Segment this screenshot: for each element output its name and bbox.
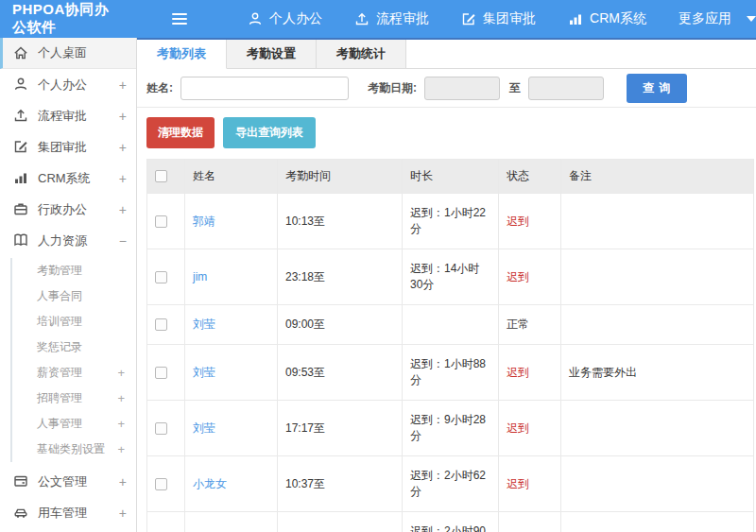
employee-link[interactable]: 刘莹: [193, 317, 215, 331]
name-cell: jim: [185, 249, 278, 305]
topnav-item-3[interactable]: CRM系统: [568, 10, 646, 27]
row-checkbox[interactable]: [155, 422, 167, 435]
expand-icon[interactable]: +: [119, 506, 127, 521]
tab-0[interactable]: 考勤列表: [137, 40, 227, 69]
expand-icon[interactable]: +: [117, 437, 125, 462]
sidebar-item-8[interactable]: 用车管理 +: [0, 497, 136, 528]
row-checkbox-cell: [147, 345, 185, 401]
sidebar-subitem-5[interactable]: 招聘管理 +: [12, 386, 136, 411]
sidebar: 个人桌面 个人办公 + 流程审批 + 集团审批 + CRM系统 + 行政办公 +…: [0, 38, 137, 532]
expand-icon[interactable]: +: [117, 386, 125, 411]
duration-cell: [403, 305, 499, 345]
status-cell: 迟到: [499, 249, 561, 305]
status-cell: 正常: [499, 305, 561, 345]
sidebar-item-6[interactable]: 人力资源 −: [0, 225, 136, 256]
chart-icon: [13, 170, 29, 186]
duration-cell: 迟到：1小时22分: [403, 194, 499, 249]
topnav-item-1[interactable]: 流程审批: [354, 10, 429, 27]
row-checkbox-cell: [147, 512, 185, 532]
sidebar-subitem-2[interactable]: 培训管理: [12, 309, 136, 335]
expand-icon[interactable]: +: [119, 171, 127, 186]
topnav-item-2[interactable]: 集团审批: [461, 10, 536, 27]
car-icon: [13, 505, 29, 521]
topnav-item-label: 个人办公: [269, 10, 322, 27]
table-row: 刘莹 09:53至 迟到：1小时88分 迟到 业务需要外出: [147, 345, 754, 401]
table-row: 管理员 10:54至10:54 迟到：2小时90分早退：7小时10分 迟到/早退…: [147, 512, 754, 532]
time-cell: 09:53至: [278, 345, 403, 401]
sidebar-subitem-7[interactable]: 基础类别设置 +: [12, 437, 136, 462]
sidebar-item-3[interactable]: 集团审批 +: [0, 131, 136, 163]
attendance-table: 姓名考勤时间时长状态备注 郭靖 10:13至 迟到：1小时22分 迟到 jim …: [146, 159, 754, 532]
sidebar-item-label: 人力资源: [38, 232, 119, 249]
name-filter-label: 姓名:: [146, 80, 173, 96]
sidebar-item-2[interactable]: 流程审批 +: [0, 100, 136, 131]
sidebar-item-label: 公文管理: [38, 473, 119, 490]
edit-icon: [13, 139, 29, 155]
topnav-item-0[interactable]: 个人办公: [248, 10, 322, 27]
employee-link[interactable]: 小龙女: [193, 477, 227, 490]
name-cell: 刘莹: [185, 345, 278, 401]
search-button[interactable]: 查 询: [627, 74, 687, 103]
sidebar-subitem-4[interactable]: 薪资管理 +: [12, 360, 136, 386]
row-checkbox[interactable]: [155, 215, 167, 228]
expand-icon[interactable]: +: [119, 474, 127, 489]
topnav-item-4[interactable]: 更多应用: [679, 10, 756, 27]
column-header-1: 考勤时间: [278, 160, 403, 194]
expand-icon[interactable]: −: [119, 233, 127, 249]
expand-icon[interactable]: +: [119, 140, 127, 155]
time-cell: 10:37至: [278, 456, 403, 512]
remark-cell: 1111: [561, 512, 754, 532]
sidebar-item-label: 个人办公: [38, 77, 119, 94]
workflow-icon: [354, 11, 369, 26]
sidebar-item-4[interactable]: CRM系统 +: [0, 163, 136, 194]
row-checkbox[interactable]: [155, 318, 167, 331]
employee-link[interactable]: 刘莹: [193, 421, 215, 435]
row-checkbox-cell: [147, 401, 185, 456]
status-cell: 迟到: [499, 345, 561, 401]
table-header-row: 姓名考勤时间时长状态备注: [147, 160, 754, 194]
row-checkbox[interactable]: [155, 271, 167, 283]
tab-2[interactable]: 考勤统计: [317, 40, 406, 68]
date-to-label: 至: [509, 80, 521, 96]
sidebar-item-7[interactable]: 公文管理 +: [0, 466, 136, 497]
row-checkbox[interactable]: [155, 478, 167, 490]
menu-toggle-icon[interactable]: [172, 13, 187, 25]
expand-icon[interactable]: +: [119, 109, 127, 124]
date-to-input[interactable]: [528, 77, 604, 100]
status-cell: 迟到/早退: [499, 512, 561, 532]
filter-bar: 姓名: 考勤日期: 至 查 询: [137, 69, 756, 108]
export-list-button[interactable]: 导出查询列表: [223, 117, 316, 148]
row-checkbox-cell: [147, 194, 185, 249]
row-checkbox[interactable]: [155, 367, 167, 379]
duration-cell: 迟到：9小时28分: [403, 401, 499, 456]
tab-1[interactable]: 考勤设置: [227, 40, 317, 68]
status-cell: 迟到: [499, 194, 561, 249]
topnav-item-label: 集团审批: [483, 10, 536, 27]
sidebar-subitem-3[interactable]: 奖惩记录: [12, 335, 136, 360]
clean-data-button[interactable]: 清理数据: [146, 117, 215, 148]
user-icon: [13, 77, 29, 93]
select-all-checkbox[interactable]: [155, 170, 167, 182]
date-from-input[interactable]: [424, 77, 500, 100]
sidebar-item-0[interactable]: 个人桌面: [0, 38, 136, 69]
table-row: 小龙女 10:37至 迟到：2小时62分 迟到: [147, 456, 754, 512]
sidebar-subitem-6[interactable]: 人事管理 +: [12, 411, 136, 437]
expand-icon[interactable]: +: [117, 360, 125, 386]
sidebar-subitem-1[interactable]: 人事合同: [12, 283, 136, 309]
remark-cell: [561, 456, 754, 512]
expand-icon[interactable]: +: [119, 202, 127, 217]
expand-icon[interactable]: +: [119, 77, 127, 93]
sidebar-item-1[interactable]: 个人办公 +: [0, 69, 136, 100]
sidebar-item-5[interactable]: 行政办公 +: [0, 194, 136, 225]
sidebar-subitem-0[interactable]: 考勤管理: [12, 258, 136, 283]
expand-icon[interactable]: +: [117, 411, 125, 437]
employee-link[interactable]: 刘莹: [193, 366, 215, 379]
employee-link[interactable]: jim: [193, 270, 207, 283]
employee-link[interactable]: 郭靖: [193, 215, 215, 228]
tab-bar: 考勤列表 考勤设置 考勤统计: [137, 40, 756, 69]
table-row: 刘莹 09:00至 正常: [147, 305, 754, 345]
name-filter-input[interactable]: [180, 77, 349, 100]
status-cell: 迟到: [499, 401, 561, 456]
caret-down-icon: [747, 16, 756, 22]
topnav-item-label: 流程审批: [376, 10, 429, 27]
